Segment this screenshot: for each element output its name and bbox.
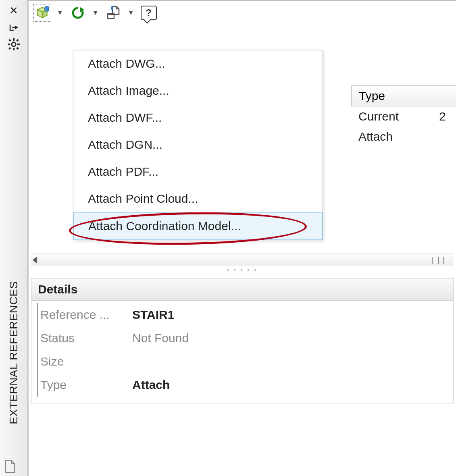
cell-extra: 2 bbox=[432, 106, 456, 127]
menu-item-attach-dgn[interactable]: Attach DGN... bbox=[73, 131, 323, 158]
details-value: STAIR1 bbox=[130, 303, 449, 326]
details-value: Not Found bbox=[130, 326, 449, 350]
menu-item-attach-coordination-model[interactable]: Attach Coordination Model... bbox=[73, 212, 323, 240]
details-grid: Reference ... STAIR1 Status Not Found Si… bbox=[31, 301, 453, 403]
save-button[interactable] bbox=[104, 4, 122, 22]
details-title: Details bbox=[31, 279, 453, 301]
refresh-dropdown-caret[interactable]: ▼ bbox=[92, 9, 99, 17]
details-label: Type bbox=[37, 373, 130, 397]
cell-type: Current bbox=[351, 106, 432, 127]
svg-rect-15 bbox=[108, 14, 113, 15]
close-icon[interactable]: ✕ bbox=[7, 4, 20, 17]
save-dropdown-caret[interactable]: ▼ bbox=[128, 9, 134, 17]
menu-item-attach-image[interactable]: Attach Image... bbox=[73, 77, 323, 104]
details-value bbox=[130, 350, 449, 373]
menu-item-attach-point-cloud[interactable]: Attach Point Cloud... bbox=[73, 185, 323, 212]
table-row[interactable]: Attach bbox=[351, 127, 456, 147]
svg-rect-4 bbox=[8, 44, 10, 45]
details-row-size: Size bbox=[37, 350, 449, 373]
details-panel: Details Reference ... STAIR1 Status Not … bbox=[31, 278, 454, 403]
refresh-button[interactable] bbox=[69, 4, 87, 22]
attach-dropdown-caret[interactable]: ▼ bbox=[57, 9, 63, 17]
table-row[interactable]: Current 2 bbox=[351, 106, 456, 127]
document-icon bbox=[4, 459, 16, 476]
palette-title: EXTERNAL REFERENCES bbox=[7, 281, 20, 424]
details-label: Reference ... bbox=[37, 303, 130, 326]
details-label: Size bbox=[37, 350, 130, 373]
details-value: Attach bbox=[130, 373, 449, 397]
toolbar: ▼ ▼ ▼ ? bbox=[28, 1, 456, 25]
details-row-reference: Reference ... STAIR1 bbox=[37, 303, 449, 326]
attach-dropdown-menu: Attach DWG... Attach Image... Attach DWF… bbox=[73, 50, 323, 240]
main-area: ▼ ▼ ▼ ? Type bbox=[28, 0, 456, 476]
help-icon: ? bbox=[141, 6, 157, 20]
svg-rect-9 bbox=[16, 47, 19, 50]
reference-list-area: Type Current 2 Attach Attach DWG... Atta… bbox=[28, 25, 456, 476]
help-button[interactable]: ? bbox=[140, 4, 158, 22]
attach-button[interactable] bbox=[33, 4, 51, 22]
svg-rect-5 bbox=[17, 44, 20, 45]
svg-rect-16 bbox=[111, 6, 113, 10]
svg-rect-8 bbox=[8, 47, 11, 50]
menu-item-attach-dwg[interactable]: Attach DWG... bbox=[73, 50, 323, 77]
svg-marker-0 bbox=[15, 25, 18, 29]
svg-rect-6 bbox=[8, 39, 11, 42]
scroll-thumb-marks: | | | bbox=[432, 256, 446, 264]
dock-icon[interactable] bbox=[7, 21, 20, 34]
svg-point-1 bbox=[12, 42, 16, 46]
svg-rect-2 bbox=[13, 38, 15, 41]
gear-icon[interactable] bbox=[7, 38, 20, 51]
details-row-status: Status Not Found bbox=[37, 326, 449, 350]
column-header-extra[interactable] bbox=[432, 85, 456, 106]
scroll-left-icon[interactable] bbox=[33, 257, 37, 263]
svg-rect-3 bbox=[13, 48, 15, 50]
horizontal-scrollbar[interactable]: | | | bbox=[31, 254, 454, 266]
reference-table: Type Current 2 Attach bbox=[351, 85, 456, 147]
menu-item-attach-dwf[interactable]: Attach DWF... bbox=[73, 104, 323, 131]
menu-item-attach-pdf[interactable]: Attach PDF... bbox=[73, 158, 323, 185]
palette-titlebar: ✕ EXTERNAL REFERENCES bbox=[0, 0, 28, 476]
svg-rect-7 bbox=[16, 39, 19, 42]
details-row-type: Type Attach bbox=[37, 373, 449, 397]
details-label: Status bbox=[37, 326, 130, 350]
splitter-handle[interactable]: • • • • • bbox=[29, 267, 456, 274]
cell-type: Attach bbox=[351, 127, 432, 147]
column-header-type[interactable]: Type bbox=[351, 85, 432, 106]
svg-rect-13 bbox=[45, 6, 49, 11]
